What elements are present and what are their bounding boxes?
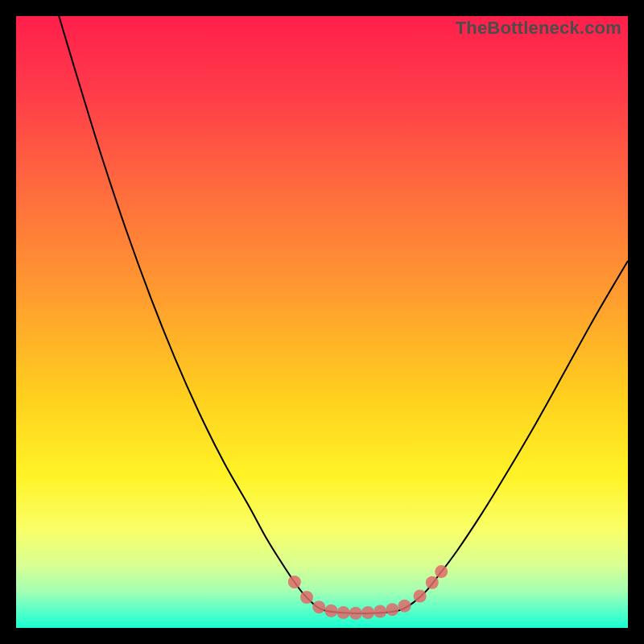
cluster-marker [414,589,427,602]
cluster-marker [300,591,313,604]
cluster-marker [312,601,325,613]
chart-canvas [16,16,628,628]
cluster-marker [324,605,337,617]
chart-frame: TheBottleneck.com [16,16,628,628]
gradient-background [16,16,628,628]
cluster-marker [361,606,374,619]
watermark-text: TheBottleneck.com [456,18,621,39]
cluster-marker [374,605,386,617]
cluster-marker [349,607,362,620]
cluster-marker [435,565,448,578]
cluster-marker [288,576,301,588]
cluster-marker [386,603,398,616]
cluster-marker [426,576,439,589]
cluster-marker [337,606,350,619]
cluster-marker [398,600,411,613]
